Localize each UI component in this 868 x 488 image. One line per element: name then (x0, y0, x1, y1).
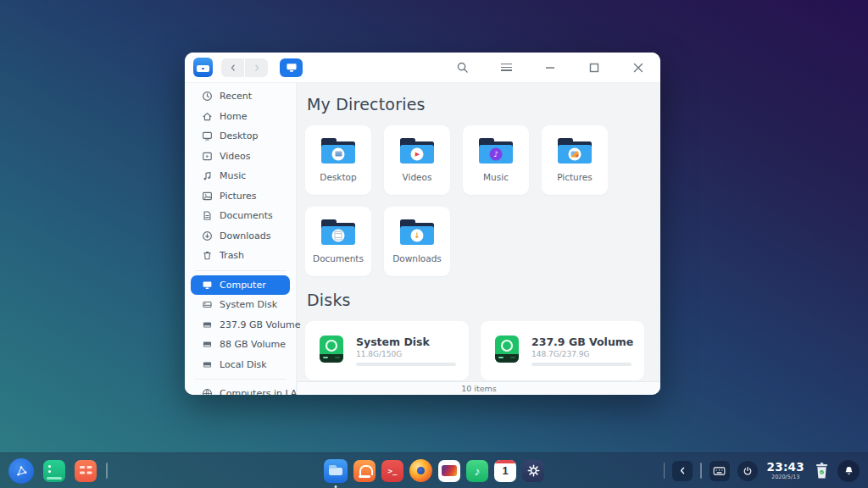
maximize-button[interactable] (584, 58, 604, 78)
dock-music-player-button[interactable]: ♪ (466, 460, 488, 482)
clock-time: 23:43 (767, 461, 804, 474)
folder-card-music[interactable]: Music (463, 125, 529, 195)
window-body: Recent Home Desktop Videos Music (185, 83, 660, 395)
sidebar-item-desktop[interactable]: Desktop (191, 126, 290, 147)
folder-card-desktop[interactable]: Desktop (305, 125, 371, 195)
sidebar-item-label: Recent (220, 91, 252, 102)
disks-section-title: Disks (307, 291, 644, 309)
file-manager-icon (324, 459, 348, 483)
film-icon (202, 151, 213, 162)
power-button[interactable] (737, 461, 758, 481)
sidebar-item-pictures[interactable]: Pictures (191, 186, 290, 207)
clock-date: 2020/5/13 (771, 474, 799, 480)
sidebar-item-label: Computer (220, 280, 266, 291)
tray-separator (664, 463, 665, 479)
sidebar-item-trash[interactable]: Trash (191, 246, 290, 266)
dock-firefox-button[interactable] (409, 459, 432, 482)
launcher-icon (8, 458, 34, 484)
sidebar-separator (195, 379, 286, 380)
documents-emblem-icon (332, 229, 345, 241)
folder-card-documents[interactable]: Documents (305, 207, 371, 276)
dock-settings-button[interactable] (75, 460, 97, 482)
disk-usage-text: 11.8G/150G (356, 350, 456, 358)
music-note-icon (202, 170, 213, 181)
active-app-indicator (335, 485, 337, 488)
tray-collapse-button[interactable] (672, 461, 693, 481)
sidebar-item-computer[interactable]: Computer (191, 275, 290, 296)
sidebar-item-downloads[interactable]: Downloads (191, 226, 290, 247)
trash-bin-icon (814, 462, 830, 480)
sidebar-item-label: Local Disk (220, 359, 267, 370)
close-button[interactable] (628, 58, 648, 78)
notifications-button[interactable] (837, 460, 860, 482)
file-manager-window: Recent Home Desktop Videos Music (185, 53, 660, 395)
firefox-icon (409, 459, 432, 482)
clock-widget[interactable]: 23:43 2020/5/13 (767, 461, 804, 480)
dock-calendar-button[interactable]: 1 (494, 460, 516, 482)
folder-label: Videos (403, 172, 432, 182)
folder-label: Pictures (557, 172, 593, 182)
image-icon (202, 191, 213, 202)
dock-file-manager-button[interactable] (324, 459, 348, 483)
dock-left-group (8, 458, 108, 484)
terminal-icon: >_ (381, 460, 403, 482)
maximize-icon (589, 63, 599, 73)
chevron-left-icon (677, 465, 688, 476)
menu-button[interactable] (496, 58, 516, 78)
disk-card-volume-237[interactable]: 237.9 GB Volume 148.7G/237.9G (481, 321, 644, 380)
folder-card-downloads[interactable]: Downloads (384, 207, 450, 276)
chevron-right-icon (252, 63, 262, 73)
dock-app-store-button[interactable] (353, 460, 376, 482)
sidebar-item-music[interactable]: Music (191, 166, 290, 186)
dock-image-viewer-button[interactable] (438, 460, 460, 482)
folder-icon (476, 135, 515, 166)
sidebar-item-local-disk[interactable]: Local Disk (191, 355, 290, 375)
taskbar: >_ ♪ 1 23:43 2 (0, 452, 868, 488)
directories-section-title: My Directories (307, 95, 644, 114)
home-icon (202, 111, 213, 122)
folder-icon (319, 216, 358, 247)
calendar-icon: 1 (494, 460, 516, 482)
music-emblem-icon (490, 147, 503, 160)
tray-separator (700, 463, 702, 479)
dock-control-center-button[interactable] (522, 460, 544, 482)
disk-card-system[interactable]: System Disk 11.8G/150G (305, 321, 469, 380)
sidebar-item-label: Pictures (220, 191, 257, 202)
computer-icon (202, 280, 213, 291)
disk-drive-icon (315, 333, 348, 369)
sidebar-item-recent[interactable]: Recent (191, 86, 290, 107)
desktop-background[interactable]: Recent Home Desktop Videos Music (0, 0, 868, 488)
sidebar-item-documents[interactable]: Documents (191, 206, 290, 226)
sidebar-item-home[interactable]: Home (191, 107, 290, 127)
power-icon (742, 465, 754, 477)
sidebar-item-volume-237[interactable]: 237.9 GB Volume (191, 315, 290, 336)
forward-button[interactable] (245, 58, 268, 77)
folder-card-pictures[interactable]: Pictures (542, 125, 608, 195)
disk-icon (202, 299, 213, 310)
back-button[interactable] (221, 58, 244, 77)
downloads-emblem-icon (411, 229, 424, 241)
disk-usage-bar (531, 363, 632, 366)
sidebar-item-volume-88[interactable]: 88 GB Volume (191, 335, 290, 355)
sidebar-item-system-disk[interactable]: System Disk (191, 295, 290, 315)
sidebar-item-videos[interactable]: Videos (191, 147, 290, 167)
music-player-icon: ♪ (466, 460, 488, 482)
sidebar-item-label: Documents (220, 210, 273, 221)
multitasking-view-button[interactable] (43, 460, 65, 482)
disk-usage-text: 148.7G/237.9G (531, 350, 633, 358)
dock-terminal-button[interactable]: >_ (381, 460, 403, 482)
trash-button[interactable] (814, 462, 830, 480)
folder-card-videos[interactable]: Videos (384, 125, 450, 195)
minimize-icon (545, 63, 555, 73)
computer-view-button[interactable] (280, 58, 303, 77)
launcher-button[interactable] (8, 458, 34, 484)
sidebar-item-label: Music (220, 170, 246, 181)
sidebar-item-label: Desktop (220, 130, 258, 141)
sidebar-item-label: Computers in LAN (220, 388, 304, 395)
sidebar-item-label: Trash (220, 250, 244, 261)
keyboard-layout-button[interactable] (709, 461, 730, 481)
sidebar-item-computers-in-lan[interactable]: Computers in LAN (191, 384, 290, 395)
folder-icon (398, 216, 437, 247)
minimize-button[interactable] (540, 58, 560, 78)
search-button[interactable] (452, 58, 472, 78)
